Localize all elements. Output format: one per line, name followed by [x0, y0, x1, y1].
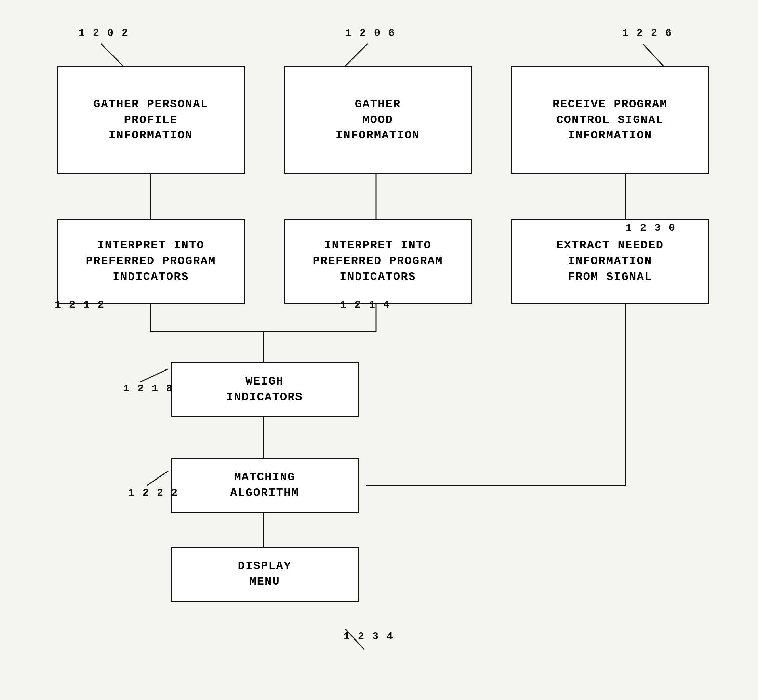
svg-line-2 [643, 44, 663, 66]
svg-line-1 [345, 44, 367, 66]
ref-1234: 1 2 3 4 [344, 631, 394, 642]
box-matching-algorithm: MATCHING ALGORITHM [170, 458, 359, 513]
diagram: GATHER PERSONAL PROFILE INFORMATION GATH… [0, 0, 758, 700]
ref-1212: 1 2 1 2 [55, 299, 105, 311]
ref-1230: 1 2 3 0 [626, 222, 676, 234]
ref-1202: 1 2 0 2 [79, 27, 129, 39]
svg-line-0 [101, 44, 123, 66]
box-display-menu: DISPLAY MENU [170, 547, 359, 602]
box-interpret-personal: INTERPRET INTO PREFERRED PROGRAM INDICAT… [57, 219, 245, 304]
box-gather-personal: GATHER PERSONAL PROFILE INFORMATION [57, 66, 245, 174]
box-interpret-mood: INTERPRET INTO PREFERRED PROGRAM INDICAT… [284, 219, 472, 304]
svg-line-5 [140, 369, 167, 382]
ref-1218: 1 2 1 8 [123, 383, 173, 394]
svg-line-7 [147, 471, 168, 485]
box-weigh-indicators: WEIGH INDICATORS [170, 362, 359, 417]
box-extract-needed: EXTRACT NEEDED INFORMATION FROM SIGNAL [511, 219, 709, 304]
ref-1226: 1 2 2 6 [622, 27, 672, 39]
ref-1206: 1 2 0 6 [345, 27, 395, 39]
ref-1214: 1 2 1 4 [340, 299, 391, 311]
ref-1222: 1 2 2 2 [128, 487, 178, 499]
box-receive-program: RECEIVE PROGRAM CONTROL SIGNAL INFORMATI… [511, 66, 709, 174]
box-gather-mood: GATHER MOOD INFORMATION [284, 66, 472, 174]
